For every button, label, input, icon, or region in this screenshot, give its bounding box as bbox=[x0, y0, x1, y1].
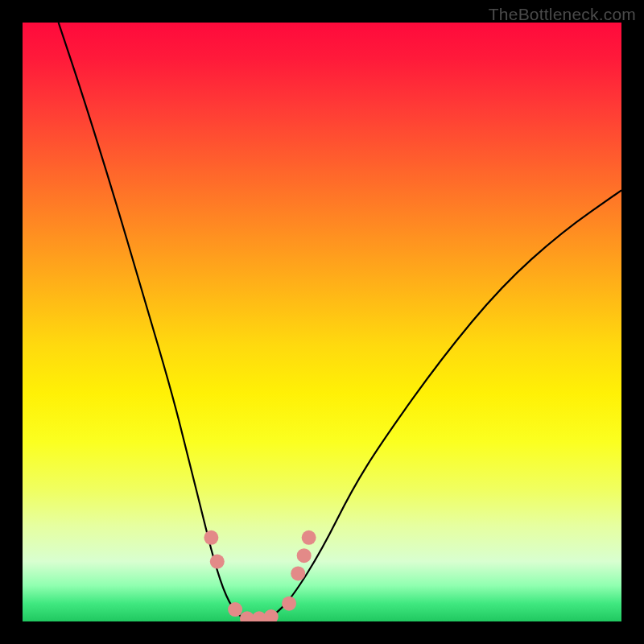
outer-frame: TheBottleneck.com bbox=[0, 0, 644, 644]
watermark-text: TheBottleneck.com bbox=[489, 5, 636, 24]
plot-area bbox=[23, 23, 621, 621]
marker-point bbox=[302, 530, 316, 545]
marker-point bbox=[210, 555, 225, 569]
marker-point bbox=[204, 530, 218, 545]
marker-point bbox=[282, 597, 296, 611]
bottleneck-curve bbox=[59, 23, 621, 621]
highlighted-points bbox=[204, 530, 316, 621]
marker-point bbox=[264, 609, 279, 621]
chart-svg bbox=[23, 23, 621, 621]
marker-point bbox=[228, 602, 242, 617]
marker-point bbox=[291, 566, 305, 580]
marker-point bbox=[297, 548, 312, 563]
